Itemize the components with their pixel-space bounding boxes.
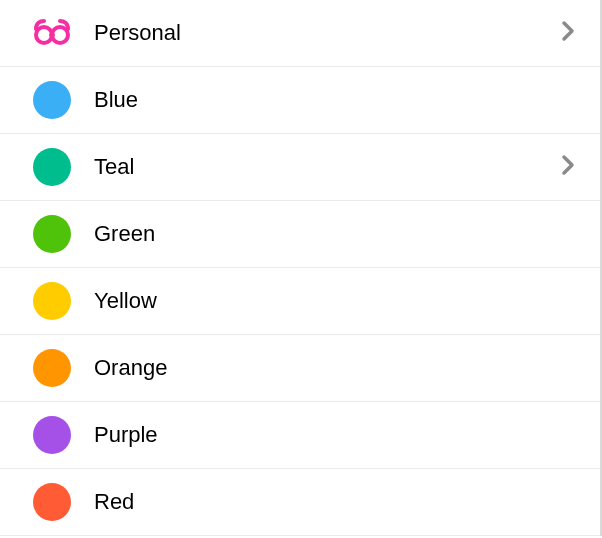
- list-item-label: Teal: [94, 154, 560, 180]
- list-item-label: Orange: [94, 355, 576, 381]
- list-item-green[interactable]: Green: [0, 201, 600, 268]
- calendar-list: Personal Blue Teal Green: [0, 0, 602, 536]
- list-item-purple[interactable]: Purple: [0, 402, 600, 469]
- chevron-right-icon: [560, 19, 576, 47]
- color-dot-icon: [32, 214, 72, 254]
- list-item-yellow[interactable]: Yellow: [0, 268, 600, 335]
- list-item-label: Personal: [94, 20, 560, 46]
- color-dot-icon: [32, 348, 72, 388]
- color-dot-icon: [32, 147, 72, 187]
- chevron-right-icon: [560, 153, 576, 181]
- list-item-label: Green: [94, 221, 576, 247]
- list-item-label: Blue: [94, 87, 576, 113]
- color-dot-icon: [32, 415, 72, 455]
- glasses-icon: [32, 13, 72, 53]
- list-item-blue[interactable]: Blue: [0, 67, 600, 134]
- color-dot-icon: [32, 80, 72, 120]
- list-item-red[interactable]: Red: [0, 469, 600, 536]
- list-item-personal[interactable]: Personal: [0, 0, 600, 67]
- color-dot-icon: [32, 482, 72, 522]
- list-item-label: Red: [94, 489, 576, 515]
- list-item-label: Yellow: [94, 288, 576, 314]
- list-item-orange[interactable]: Orange: [0, 335, 600, 402]
- color-dot-icon: [32, 281, 72, 321]
- list-item-label: Purple: [94, 422, 576, 448]
- list-item-teal[interactable]: Teal: [0, 134, 600, 201]
